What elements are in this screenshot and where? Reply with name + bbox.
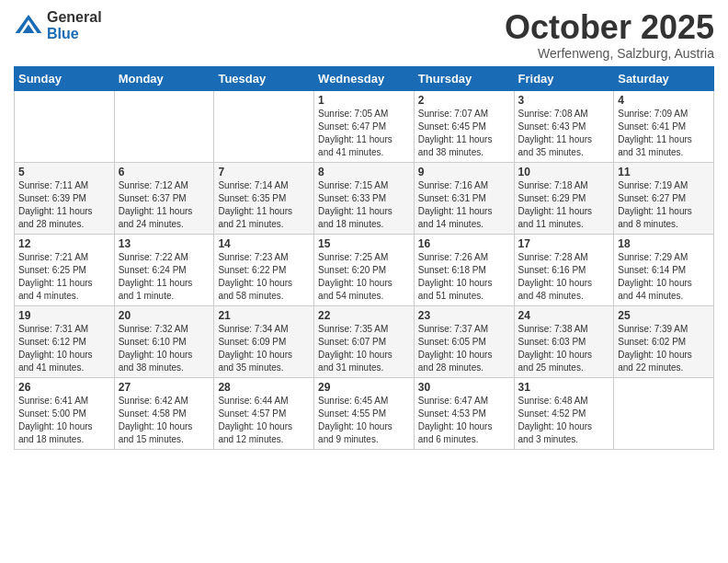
day-info: Sunrise: 6:44 AM Sunset: 4:57 PM Dayligh… [218,395,310,446]
day-info: Sunrise: 7:11 AM Sunset: 6:39 PM Dayligh… [18,179,110,231]
day-info: Sunrise: 7:12 AM Sunset: 6:37 PM Dayligh… [119,179,210,231]
day-cell-2-5: 17Sunrise: 7:28 AM Sunset: 6:16 PM Dayli… [514,234,614,305]
day-number: 15 [318,237,410,250]
day-cell-4-6 [614,377,714,449]
day-cell-0-1 [114,90,214,162]
day-number: 19 [18,309,110,322]
col-friday: Friday [514,66,614,90]
month-title: October 2025 [505,9,714,46]
day-info: Sunrise: 7:23 AM Sunset: 6:22 PM Dayligh… [218,251,310,303]
day-info: Sunrise: 7:35 AM Sunset: 6:07 PM Dayligh… [318,323,410,374]
day-cell-0-2 [214,90,314,162]
day-cell-2-0: 12Sunrise: 7:21 AM Sunset: 6:25 PM Dayli… [15,234,115,305]
day-info: Sunrise: 7:29 AM Sunset: 6:14 PM Dayligh… [618,251,710,303]
day-number: 26 [18,381,110,394]
day-info: Sunrise: 6:48 AM Sunset: 4:52 PM Dayligh… [518,395,610,446]
day-cell-3-3: 22Sunrise: 7:35 AM Sunset: 6:07 PM Dayli… [314,305,415,377]
day-cell-3-1: 20Sunrise: 7:32 AM Sunset: 6:10 PM Dayli… [114,305,214,377]
day-info: Sunrise: 7:25 AM Sunset: 6:20 PM Dayligh… [318,251,410,303]
day-number: 5 [18,166,110,178]
day-number: 2 [418,94,510,107]
day-info: Sunrise: 7:21 AM Sunset: 6:25 PM Dayligh… [18,251,110,303]
day-info: Sunrise: 7:19 AM Sunset: 6:27 PM Dayligh… [618,179,710,231]
day-info: Sunrise: 7:07 AM Sunset: 6:45 PM Dayligh… [418,108,510,159]
day-cell-0-3: 1Sunrise: 7:05 AM Sunset: 6:47 PM Daylig… [314,90,415,162]
day-cell-1-0: 5Sunrise: 7:11 AM Sunset: 6:39 PM Daylig… [15,162,115,234]
day-info: Sunrise: 7:28 AM Sunset: 6:16 PM Dayligh… [518,251,610,303]
logo-blue-text: Blue [47,26,102,42]
day-number: 22 [318,309,410,322]
day-info: Sunrise: 6:42 AM Sunset: 4:58 PM Dayligh… [119,395,210,446]
day-number: 13 [119,237,210,250]
day-cell-2-1: 13Sunrise: 7:22 AM Sunset: 6:24 PM Dayli… [114,234,214,305]
day-cell-3-4: 23Sunrise: 7:37 AM Sunset: 6:05 PM Dayli… [414,305,514,377]
day-cell-4-2: 28Sunrise: 6:44 AM Sunset: 4:57 PM Dayli… [214,377,314,449]
header-row: Sunday Monday Tuesday Wednesday Thursday… [15,66,714,90]
day-cell-1-2: 7Sunrise: 7:14 AM Sunset: 6:35 PM Daylig… [214,162,314,234]
day-info: Sunrise: 7:32 AM Sunset: 6:10 PM Dayligh… [119,323,210,374]
day-number: 6 [119,166,210,178]
day-number: 14 [218,237,310,250]
day-info: Sunrise: 7:34 AM Sunset: 6:09 PM Dayligh… [218,323,310,374]
day-number: 9 [418,166,510,178]
day-info: Sunrise: 7:31 AM Sunset: 6:12 PM Dayligh… [18,323,110,374]
day-info: Sunrise: 7:22 AM Sunset: 6:24 PM Dayligh… [119,251,210,303]
day-cell-4-1: 27Sunrise: 6:42 AM Sunset: 4:58 PM Dayli… [114,377,214,449]
col-saturday: Saturday [614,66,714,90]
week-row-2: 5Sunrise: 7:11 AM Sunset: 6:39 PM Daylig… [15,162,714,234]
header-right: October 2025 Werfenweng, Salzburg, Austr… [505,9,714,61]
location: Werfenweng, Salzburg, Austria [505,46,714,61]
day-cell-3-6: 25Sunrise: 7:39 AM Sunset: 6:02 PM Dayli… [614,305,714,377]
page: General Blue October 2025 Werfenweng, Sa… [0,0,728,563]
day-number: 23 [418,309,510,322]
day-info: Sunrise: 7:38 AM Sunset: 6:03 PM Dayligh… [518,323,610,374]
day-number: 25 [618,309,710,322]
day-cell-1-3: 8Sunrise: 7:15 AM Sunset: 6:33 PM Daylig… [314,162,415,234]
day-info: Sunrise: 7:18 AM Sunset: 6:29 PM Dayligh… [518,179,610,231]
day-cell-2-3: 15Sunrise: 7:25 AM Sunset: 6:20 PM Dayli… [314,234,415,305]
day-number: 31 [518,381,610,394]
day-info: Sunrise: 6:45 AM Sunset: 4:55 PM Dayligh… [318,395,410,446]
logo-text: General Blue [47,9,102,41]
day-cell-0-4: 2Sunrise: 7:07 AM Sunset: 6:45 PM Daylig… [414,90,514,162]
day-number: 21 [218,309,310,322]
day-cell-3-5: 24Sunrise: 7:38 AM Sunset: 6:03 PM Dayli… [514,305,614,377]
day-number: 17 [518,237,610,250]
day-cell-2-6: 18Sunrise: 7:29 AM Sunset: 6:14 PM Dayli… [614,234,714,305]
day-cell-4-3: 29Sunrise: 6:45 AM Sunset: 4:55 PM Dayli… [314,377,415,449]
day-info: Sunrise: 7:08 AM Sunset: 6:43 PM Dayligh… [518,108,610,159]
day-cell-1-6: 11Sunrise: 7:19 AM Sunset: 6:27 PM Dayli… [614,162,714,234]
day-info: Sunrise: 7:39 AM Sunset: 6:02 PM Dayligh… [618,323,710,374]
day-info: Sunrise: 6:41 AM Sunset: 5:00 PM Dayligh… [18,395,110,446]
day-cell-1-4: 9Sunrise: 7:16 AM Sunset: 6:31 PM Daylig… [414,162,514,234]
day-cell-1-5: 10Sunrise: 7:18 AM Sunset: 6:29 PM Dayli… [514,162,614,234]
day-number: 3 [518,94,610,107]
day-number: 7 [218,166,310,178]
day-cell-2-2: 14Sunrise: 7:23 AM Sunset: 6:22 PM Dayli… [214,234,314,305]
day-info: Sunrise: 7:15 AM Sunset: 6:33 PM Dayligh… [318,179,410,231]
col-tuesday: Tuesday [214,66,314,90]
logo-general-text: General [47,9,102,26]
calendar: Sunday Monday Tuesday Wednesday Thursday… [14,66,714,450]
week-row-1: 1Sunrise: 7:05 AM Sunset: 6:47 PM Daylig… [15,90,714,162]
day-info: Sunrise: 7:05 AM Sunset: 6:47 PM Dayligh… [318,108,410,159]
day-cell-2-4: 16Sunrise: 7:26 AM Sunset: 6:18 PM Dayli… [414,234,514,305]
col-wednesday: Wednesday [314,66,415,90]
day-number: 20 [119,309,210,322]
day-number: 18 [618,237,710,250]
day-cell-4-0: 26Sunrise: 6:41 AM Sunset: 5:00 PM Dayli… [15,377,115,449]
day-number: 11 [618,166,710,178]
day-number: 29 [318,381,410,394]
day-cell-0-5: 3Sunrise: 7:08 AM Sunset: 6:43 PM Daylig… [514,90,614,162]
day-number: 30 [418,381,510,394]
day-info: Sunrise: 7:37 AM Sunset: 6:05 PM Dayligh… [418,323,510,374]
day-cell-3-2: 21Sunrise: 7:34 AM Sunset: 6:09 PM Dayli… [214,305,314,377]
day-cell-1-1: 6Sunrise: 7:12 AM Sunset: 6:37 PM Daylig… [114,162,214,234]
day-cell-3-0: 19Sunrise: 7:31 AM Sunset: 6:12 PM Dayli… [15,305,115,377]
col-thursday: Thursday [414,66,514,90]
day-number: 28 [218,381,310,394]
day-info: Sunrise: 6:47 AM Sunset: 4:53 PM Dayligh… [418,395,510,446]
day-cell-4-5: 31Sunrise: 6:48 AM Sunset: 4:52 PM Dayli… [514,377,614,449]
week-row-4: 19Sunrise: 7:31 AM Sunset: 6:12 PM Dayli… [15,305,714,377]
day-number: 12 [18,237,110,250]
